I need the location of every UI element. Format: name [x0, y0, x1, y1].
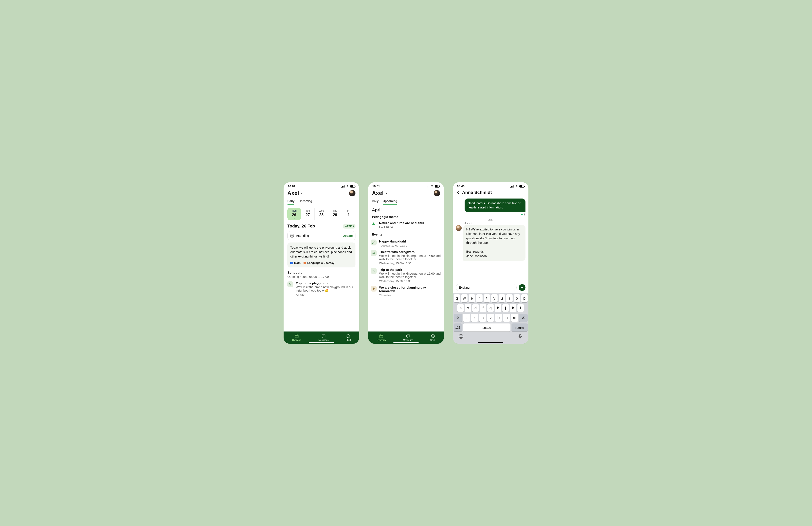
- theme-heading: Pedagogic theme: [371, 214, 441, 219]
- key-d[interactable]: d: [473, 304, 479, 312]
- day-cell[interactable]: Mon 26: [287, 208, 301, 220]
- event-meta: Thursday: [379, 294, 441, 297]
- svg-rect-0: [295, 335, 299, 338]
- backspace-key[interactable]: [519, 314, 527, 322]
- tab-upcoming[interactable]: Upcoming: [299, 198, 312, 205]
- nav-child[interactable]: Child: [346, 334, 351, 341]
- key-f[interactable]: f: [480, 304, 486, 312]
- key-c[interactable]: c: [479, 314, 486, 322]
- signal-icon: [341, 185, 345, 188]
- message-outgoing[interactable]: all educators. Do not share sensitive or…: [465, 199, 525, 212]
- event-desc: We will meet in the kindergarten at 15:0…: [379, 254, 441, 261]
- svg-point-9: [431, 335, 434, 338]
- key-w[interactable]: w: [461, 294, 468, 302]
- key-a[interactable]: a: [458, 304, 464, 312]
- key-l[interactable]: l: [518, 304, 524, 312]
- heart-icon: ♥: [521, 213, 523, 216]
- nav-child[interactable]: Child: [430, 334, 435, 341]
- key-i[interactable]: i: [506, 294, 513, 302]
- back-button[interactable]: [456, 190, 460, 195]
- sender-avatar[interactable]: [456, 225, 462, 231]
- child-icon: [346, 334, 350, 338]
- key-e[interactable]: e: [468, 294, 475, 302]
- day-cell[interactable]: Fri 1: [342, 208, 356, 220]
- key-s[interactable]: s: [465, 304, 471, 312]
- space-key[interactable]: space: [463, 323, 510, 332]
- key-n[interactable]: n: [503, 314, 510, 322]
- event-item[interactable]: We are closed for planning day tomorrow!…: [371, 283, 441, 297]
- timestamp: 08:13: [456, 218, 525, 221]
- day-number: 27: [301, 213, 315, 217]
- header: Axel: [284, 189, 359, 197]
- tree-icon: [371, 221, 377, 227]
- return-key[interactable]: return: [511, 323, 527, 332]
- tab-daily[interactable]: Daily: [372, 198, 378, 205]
- key-y[interactable]: y: [491, 294, 498, 302]
- key-q[interactable]: q: [453, 294, 460, 302]
- send-button[interactable]: [519, 284, 525, 291]
- key-z[interactable]: z: [463, 314, 470, 322]
- child-selector[interactable]: Axel: [372, 190, 388, 196]
- event-item[interactable]: Happy Hanukkah! Tuesday, 12:00–12:30: [371, 237, 441, 247]
- clap-icon: [371, 286, 377, 292]
- child-name: Axel: [287, 190, 299, 196]
- message-body: Hi! We're excited to have you join us in…: [466, 228, 520, 244]
- message-signoff: Best regards,: [466, 250, 484, 253]
- chevron-down-icon: [385, 192, 388, 195]
- profile-avatar[interactable]: [434, 190, 440, 196]
- key-r[interactable]: r: [476, 294, 483, 302]
- opening-hours: Opening hours: 08:00 to 17:00: [287, 275, 356, 278]
- update-button[interactable]: Update: [343, 234, 353, 237]
- key-h[interactable]: h: [495, 304, 501, 312]
- key-b[interactable]: b: [495, 314, 502, 322]
- theme-item[interactable]: Nature and birds are beautiful Until 16.…: [371, 219, 441, 229]
- status-bar: 10:01: [284, 182, 359, 189]
- svg-rect-15: [520, 334, 521, 337]
- key-o[interactable]: o: [513, 294, 520, 302]
- message-input[interactable]: [456, 284, 517, 291]
- signal-icon: [426, 185, 429, 188]
- key-j[interactable]: j: [503, 304, 509, 312]
- shift-key[interactable]: [453, 314, 462, 322]
- day-weekday: Tue: [301, 209, 315, 212]
- sender-name: Jane R: [465, 222, 525, 224]
- key-x[interactable]: x: [471, 314, 478, 322]
- tab-daily[interactable]: Daily: [287, 198, 294, 205]
- svg-point-3: [347, 336, 348, 336]
- mic-key[interactable]: [518, 334, 523, 339]
- home-indicator: [309, 342, 334, 343]
- day-cell[interactable]: Wed 28: [315, 208, 329, 220]
- key-g[interactable]: g: [488, 304, 494, 312]
- event-meta: Wednesday, 15:00–16:30: [379, 262, 441, 265]
- nav-messages[interactable]: Messages: [318, 334, 329, 341]
- key-k[interactable]: k: [510, 304, 516, 312]
- numeric-key[interactable]: 123: [453, 323, 462, 332]
- week-badge: WEEK 9: [343, 224, 356, 229]
- event-title: We are closed for planning day tomorrow!: [379, 286, 441, 293]
- nav-overview[interactable]: Overview: [292, 334, 301, 341]
- phone-daily: 10:01 Axel Daily Upcoming Mon 26 Tue: [284, 182, 359, 344]
- event-item[interactable]: Theatre with caregivers We will meet in …: [371, 247, 441, 265]
- key-p[interactable]: p: [521, 294, 528, 302]
- day-cell[interactable]: Thu 29: [329, 208, 342, 220]
- nav-overview[interactable]: Overview: [377, 334, 386, 341]
- key-v[interactable]: v: [487, 314, 494, 322]
- chat-icon: [321, 334, 325, 338]
- key-m[interactable]: m: [511, 314, 518, 322]
- key-u[interactable]: u: [498, 294, 505, 302]
- day-cell[interactable]: Tue 27: [301, 208, 315, 220]
- schedule-item[interactable]: Trip to the playground We'll visit the b…: [287, 278, 356, 296]
- event-item[interactable]: Trip to the park We will meet in the kin…: [371, 265, 441, 283]
- key-t[interactable]: t: [483, 294, 490, 302]
- calendar-icon: [294, 334, 299, 338]
- nav-messages[interactable]: Messages: [403, 334, 413, 341]
- day-note: Today we will go to the playground and a…: [287, 243, 356, 267]
- profile-avatar[interactable]: [349, 190, 356, 196]
- child-selector[interactable]: Axel: [287, 190, 303, 196]
- message-incoming[interactable]: Hi! We're excited to have you join us in…: [463, 225, 525, 261]
- wifi-icon: [515, 185, 518, 188]
- confetti-icon: [371, 239, 377, 246]
- emoji-key[interactable]: [458, 334, 464, 339]
- tab-upcoming[interactable]: Upcoming: [383, 198, 397, 205]
- chat-header: Anna Schmidt: [453, 189, 528, 197]
